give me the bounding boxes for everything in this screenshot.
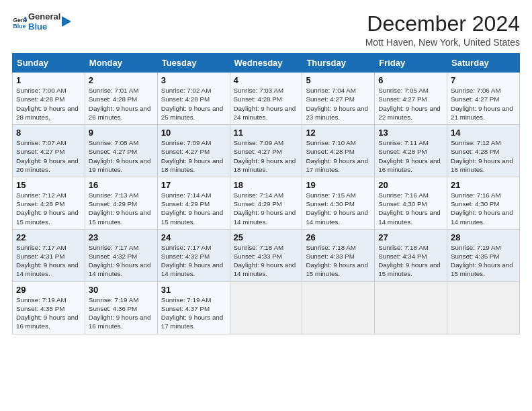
- calendar-cell: 9Sunrise: 7:08 AMSunset: 4:27 PMDaylight…: [85, 125, 157, 177]
- calendar-cell: 22Sunrise: 7:17 AMSunset: 4:31 PMDayligh…: [13, 229, 85, 281]
- day-info: Sunrise: 7:09 AMSunset: 4:27 PMDaylight:…: [234, 138, 299, 174]
- day-number: 31: [161, 285, 226, 295]
- day-number: 6: [378, 75, 443, 85]
- day-number: 11: [234, 128, 299, 138]
- day-info: Sunrise: 7:18 AMSunset: 4:33 PMDaylight:…: [234, 243, 299, 279]
- calendar-header-friday: Friday: [375, 54, 447, 73]
- day-number: 26: [306, 232, 371, 242]
- calendar-cell: 30Sunrise: 7:19 AMSunset: 4:36 PMDayligh…: [85, 281, 157, 334]
- day-info: Sunrise: 7:19 AMSunset: 4:37 PMDaylight:…: [161, 295, 226, 331]
- calendar-cell: 18Sunrise: 7:14 AMSunset: 4:29 PMDayligh…: [230, 177, 302, 229]
- day-info: Sunrise: 7:16 AMSunset: 4:30 PMDaylight:…: [451, 191, 516, 226]
- day-number: 20: [378, 180, 443, 190]
- day-number: 25: [234, 232, 299, 242]
- day-number: 8: [16, 128, 81, 138]
- calendar-cell: 3Sunrise: 7:02 AMSunset: 4:28 PMDaylight…: [157, 73, 230, 125]
- day-info: Sunrise: 7:14 AMSunset: 4:29 PMDaylight:…: [161, 191, 226, 226]
- calendar-table: SundayMondayTuesdayWednesdayThursdayFrid…: [12, 53, 520, 334]
- day-number: 18: [234, 180, 299, 190]
- day-number: 9: [89, 128, 154, 138]
- day-info: Sunrise: 7:00 AMSunset: 4:28 PMDaylight:…: [16, 86, 81, 122]
- logo-icon: General Blue: [12, 15, 27, 30]
- calendar-cell: 16Sunrise: 7:13 AMSunset: 4:29 PMDayligh…: [85, 177, 157, 229]
- calendar-cell: [230, 281, 302, 334]
- day-number: 10: [161, 128, 226, 138]
- calendar-cell: [302, 281, 375, 334]
- page: General Blue General Blue December 2024 …: [0, 0, 532, 411]
- calendar-cell: 12Sunrise: 7:10 AMSunset: 4:28 PMDayligh…: [302, 125, 375, 177]
- day-number: 24: [161, 232, 226, 242]
- day-number: 1: [16, 75, 81, 85]
- subtitle: Mott Haven, New York, United States: [365, 37, 520, 48]
- calendar-cell: 21Sunrise: 7:16 AMSunset: 4:30 PMDayligh…: [447, 177, 520, 229]
- day-info: Sunrise: 7:12 AMSunset: 4:28 PMDaylight:…: [451, 138, 516, 174]
- calendar-header-sunday: Sunday: [13, 54, 85, 73]
- calendar-week-row: 1Sunrise: 7:00 AMSunset: 4:28 PMDaylight…: [13, 73, 520, 125]
- day-number: 21: [451, 180, 516, 190]
- day-info: Sunrise: 7:04 AMSunset: 4:27 PMDaylight:…: [306, 86, 371, 122]
- day-info: Sunrise: 7:01 AMSunset: 4:28 PMDaylight:…: [89, 86, 154, 122]
- calendar-cell: 11Sunrise: 7:09 AMSunset: 4:27 PMDayligh…: [230, 125, 302, 177]
- svg-text:Blue: Blue: [13, 23, 26, 30]
- calendar-header-saturday: Saturday: [447, 54, 520, 73]
- calendar-cell: 29Sunrise: 7:19 AMSunset: 4:35 PMDayligh…: [13, 281, 85, 334]
- logo-general: General: [28, 12, 60, 22]
- day-info: Sunrise: 7:15 AMSunset: 4:30 PMDaylight:…: [306, 191, 371, 226]
- svg-marker-4: [62, 16, 71, 27]
- day-number: 15: [16, 180, 81, 190]
- calendar-cell: 31Sunrise: 7:19 AMSunset: 4:37 PMDayligh…: [157, 281, 230, 334]
- day-info: Sunrise: 7:12 AMSunset: 4:28 PMDaylight:…: [16, 191, 81, 226]
- day-info: Sunrise: 7:18 AMSunset: 4:33 PMDaylight:…: [306, 243, 371, 279]
- day-info: Sunrise: 7:17 AMSunset: 4:31 PMDaylight:…: [16, 243, 81, 279]
- day-info: Sunrise: 7:17 AMSunset: 4:32 PMDaylight:…: [161, 243, 226, 279]
- calendar-cell: 24Sunrise: 7:17 AMSunset: 4:32 PMDayligh…: [157, 229, 230, 281]
- calendar-cell: 6Sunrise: 7:05 AMSunset: 4:27 PMDaylight…: [375, 73, 447, 125]
- calendar-week-row: 8Sunrise: 7:07 AMSunset: 4:27 PMDaylight…: [13, 125, 520, 177]
- logo: General Blue General Blue: [12, 12, 73, 32]
- day-info: Sunrise: 7:16 AMSunset: 4:30 PMDaylight:…: [378, 191, 443, 226]
- calendar-cell: 20Sunrise: 7:16 AMSunset: 4:30 PMDayligh…: [375, 177, 447, 229]
- calendar-header-tuesday: Tuesday: [157, 54, 230, 73]
- calendar-header-row: SundayMondayTuesdayWednesdayThursdayFrid…: [13, 54, 520, 73]
- day-number: 5: [306, 75, 371, 85]
- calendar-cell: 17Sunrise: 7:14 AMSunset: 4:29 PMDayligh…: [157, 177, 230, 229]
- day-number: 14: [451, 128, 516, 138]
- calendar-cell: 28Sunrise: 7:19 AMSunset: 4:35 PMDayligh…: [447, 229, 520, 281]
- day-number: 7: [451, 75, 516, 85]
- day-number: 23: [89, 232, 154, 242]
- calendar-cell: 1Sunrise: 7:00 AMSunset: 4:28 PMDaylight…: [13, 73, 85, 125]
- calendar-week-row: 15Sunrise: 7:12 AMSunset: 4:28 PMDayligh…: [13, 177, 520, 229]
- day-info: Sunrise: 7:05 AMSunset: 4:27 PMDaylight:…: [378, 86, 443, 122]
- calendar-cell: 25Sunrise: 7:18 AMSunset: 4:33 PMDayligh…: [230, 229, 302, 281]
- day-info: Sunrise: 7:14 AMSunset: 4:29 PMDaylight:…: [234, 191, 299, 226]
- day-info: Sunrise: 7:03 AMSunset: 4:28 PMDaylight:…: [234, 86, 299, 122]
- day-number: 30: [89, 285, 154, 295]
- calendar-header-thursday: Thursday: [302, 54, 375, 73]
- day-number: 22: [16, 232, 81, 242]
- main-title: December 2024: [365, 12, 520, 36]
- calendar-cell: 10Sunrise: 7:09 AMSunset: 4:27 PMDayligh…: [157, 125, 230, 177]
- calendar-cell: 4Sunrise: 7:03 AMSunset: 4:28 PMDaylight…: [230, 73, 302, 125]
- header: General Blue General Blue December 2024 …: [12, 12, 520, 48]
- logo-arrow-icon: [62, 13, 73, 32]
- calendar-week-row: 29Sunrise: 7:19 AMSunset: 4:35 PMDayligh…: [13, 281, 520, 334]
- calendar-cell: 27Sunrise: 7:18 AMSunset: 4:34 PMDayligh…: [375, 229, 447, 281]
- calendar-header-monday: Monday: [85, 54, 157, 73]
- day-info: Sunrise: 7:19 AMSunset: 4:35 PMDaylight:…: [16, 295, 81, 331]
- title-block: December 2024 Mott Haven, New York, Unit…: [365, 12, 520, 48]
- day-info: Sunrise: 7:06 AMSunset: 4:27 PMDaylight:…: [451, 86, 516, 122]
- calendar-cell: 15Sunrise: 7:12 AMSunset: 4:28 PMDayligh…: [13, 177, 85, 229]
- calendar-cell: 23Sunrise: 7:17 AMSunset: 4:32 PMDayligh…: [85, 229, 157, 281]
- calendar-cell: 2Sunrise: 7:01 AMSunset: 4:28 PMDaylight…: [85, 73, 157, 125]
- day-number: 29: [16, 285, 81, 295]
- calendar-cell: [447, 281, 520, 334]
- day-info: Sunrise: 7:13 AMSunset: 4:29 PMDaylight:…: [89, 191, 154, 226]
- day-number: 19: [306, 180, 371, 190]
- day-number: 12: [306, 128, 371, 138]
- day-info: Sunrise: 7:11 AMSunset: 4:28 PMDaylight:…: [378, 138, 443, 174]
- calendar-header-wednesday: Wednesday: [230, 54, 302, 73]
- day-info: Sunrise: 7:02 AMSunset: 4:28 PMDaylight:…: [161, 86, 226, 122]
- day-info: Sunrise: 7:19 AMSunset: 4:35 PMDaylight:…: [451, 243, 516, 279]
- day-number: 28: [451, 232, 516, 242]
- day-number: 2: [89, 75, 154, 85]
